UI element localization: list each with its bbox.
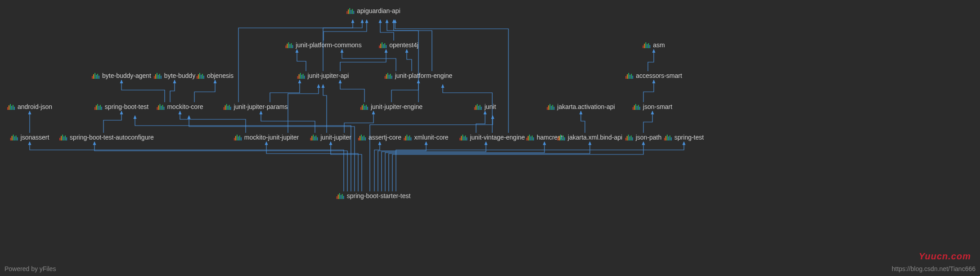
node-label: apiguardian-api [357,7,400,14]
node-opentest4j[interactable]: opentest4j [379,41,418,49]
dependency-icon [360,104,368,110]
node-jve[interactable]: junit-vintage-engine [459,134,525,141]
dependency-icon [197,72,204,79]
dependency-icon [10,134,18,140]
node-label: junit-jupiter-params [234,103,288,110]
edge-jje-jja [340,80,364,102]
edge-mockito-bb [170,80,175,102]
node-jaa[interactable]: jakarta.activation-api [547,103,615,110]
edge-root-xmlunit [378,142,426,191]
dependency-icon [92,72,99,79]
node-android[interactable]: android-json [7,103,52,110]
footer-url: https://blog.csdn.net/Tianc666 [892,265,976,272]
node-sbta[interactable]: spring-boot-test-autoconfigure [59,134,154,141]
dependency-icon [385,72,392,79]
dependency-icon [459,134,467,140]
node-label: spring-boot-test-autoconfigure [70,134,154,141]
edge-jje-apiguardian [394,20,418,102]
node-jjp[interactable]: junit-jupiter-params [224,103,288,110]
edge-root-jj [331,142,362,191]
node-jxba[interactable]: jakarta.xml.bind-api [557,134,622,141]
dependency-icon [404,134,411,140]
edge-root-mockito [189,116,355,191]
node-label: spring-boot-starter-test [347,192,411,199]
edge-root-jxba [389,142,590,191]
node-bb[interactable]: byte-buddy [154,72,195,79]
node-label: asm [653,41,665,49]
node-jj[interactable]: junit-jupiter [310,134,351,141]
edge-mjj-jja [288,85,319,133]
node-label: junit [485,103,496,110]
dependency-icon [358,134,366,140]
node-springtest[interactable]: spring-test [664,134,704,141]
edge-root-sbta [94,142,347,191]
edge-jje-jpe [391,80,418,102]
node-label: byte-buddy-agent [102,72,151,79]
node-junit[interactable]: junit [474,103,496,110]
node-root[interactable]: spring-boot-starter-test [337,192,411,199]
edge-root-springtest [396,142,684,191]
dependency-icon [337,193,344,199]
node-assertj[interactable]: assertj-core [358,134,401,141]
node-bba[interactable]: byte-buddy-agent [92,72,151,79]
edge-opentest4j-apiguardian [380,20,394,41]
node-jsonassert[interactable]: jsonassert [10,134,49,141]
edge-jpc-apiguardian [324,20,367,41]
dependency-graph: apiguardian-apijunit-platform-commonsope… [0,0,980,276]
edge-jpe-jpc [342,50,396,71]
edge-jpe-opentest4j [407,50,412,71]
edge-mjj-mockito [180,111,246,133]
node-mockito[interactable]: mockito-core [157,103,203,110]
node-label: spring-test [674,134,704,141]
node-xmlunit[interactable]: xmlunit-core [404,134,448,141]
node-apiguardian[interactable]: apiguardian-api [346,7,400,14]
node-accessors[interactable]: accessors-smart [625,72,682,79]
dependency-icon [474,104,482,110]
node-jje[interactable]: junit-jupiter-engine [360,103,423,110]
edge-jxba-jaa [581,111,585,133]
edge-jsonsmart-accessors [643,80,654,102]
dependency-icon [664,134,672,140]
node-label: junit-jupiter [320,134,351,141]
dependency-icon [285,42,293,48]
node-label: junit-jupiter-api [308,72,349,79]
dependency-icon [154,72,162,79]
node-label: json-path [636,134,662,141]
node-label: junit-platform-engine [395,72,453,79]
node-label: jsonassert [21,134,49,141]
dependency-icon [59,134,67,140]
node-label: json-smart [643,103,672,110]
dependency-icon [157,104,164,110]
node-label: spring-boot-test [105,103,148,110]
node-jsonsmart[interactable]: json-smart [633,103,672,110]
dependency-icon [94,104,102,110]
node-jsonpath[interactable]: json-path [625,134,662,141]
node-jpc[interactable]: junit-platform-commons [285,41,361,49]
edge-jj-jje [344,111,373,133]
watermark: Yuucn.com [919,251,971,262]
node-label: junit-platform-commons [296,41,361,49]
dependency-icon [633,104,640,110]
node-label: opentest4j [389,41,418,49]
node-label: mockito-core [167,103,203,110]
dependency-icon [346,8,354,14]
node-sbt[interactable]: spring-boot-test [94,103,148,110]
node-asm[interactable]: asm [643,41,665,49]
edge-jj-jja [323,85,327,133]
node-jja[interactable]: junit-jupiter-api [297,72,349,79]
node-label: junit-jupiter-engine [371,103,423,110]
edge-root-jsonassert [30,142,344,191]
node-mjj[interactable]: mockito-junit-jupiter [234,134,299,141]
node-objenesis[interactable]: objenesis [197,72,234,79]
node-jpe[interactable]: junit-platform-engine [385,72,453,79]
edge-root-junit [370,116,493,191]
edge-jsonpath-jsonsmart [643,111,652,133]
dependency-icon [224,104,231,110]
node-label: junit-vintage-engine [470,134,525,141]
node-label: byte-buddy [164,72,195,79]
edge-jja-jpc [297,50,306,71]
edge-accessors-asm [648,50,654,71]
edge-root-sbt [135,116,351,191]
edge-root-mjj [266,142,358,191]
dependency-icon [625,72,633,79]
